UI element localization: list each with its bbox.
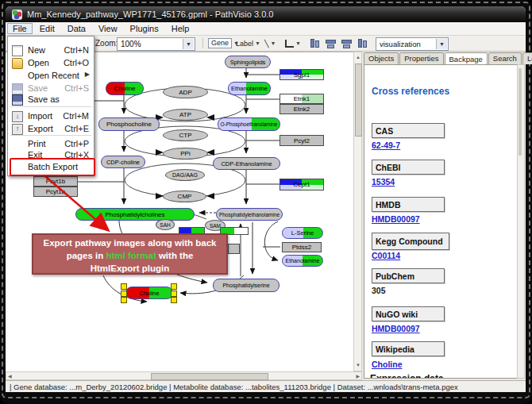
tab-properties[interactable]: Properties bbox=[399, 52, 443, 64]
menu-item-save-as[interactable]: Save as bbox=[9, 93, 93, 106]
gene-node-ptdss2[interactable]: Ptdss2 bbox=[282, 242, 322, 252]
common-height-icon[interactable] bbox=[357, 38, 368, 48]
scroll-right-icon[interactable]: ▶ bbox=[356, 373, 360, 380]
scroll-up-icon[interactable]: ▲ bbox=[356, 54, 360, 61]
screenshot-root: Sphingolipids Sgpl1 Choline Ethanolamine… bbox=[0, 0, 532, 404]
title-bar[interactable]: Mm_Kennedy_pathway_WP1771_45176.gpml - P… bbox=[6, 6, 526, 22]
common-width-icon[interactable] bbox=[341, 38, 352, 48]
scrollbar-thumb[interactable] bbox=[519, 68, 522, 156]
tab-backpage[interactable]: Backpage bbox=[445, 52, 488, 64]
panel-scrollbar[interactable] bbox=[517, 64, 525, 379]
metabolite-node-dag-aag[interactable]: DAG/AAG bbox=[165, 169, 205, 181]
menu-help[interactable]: Help bbox=[166, 23, 195, 34]
dropdown-arrow-icon[interactable]: ▼ bbox=[255, 40, 260, 46]
save-as-icon bbox=[12, 94, 23, 106]
selection-handle[interactable] bbox=[171, 290, 177, 297]
align-middle-icon[interactable] bbox=[325, 38, 336, 48]
xref-header-chebi: ChEBI bbox=[372, 160, 445, 175]
metabolite-node-ppi[interactable]: PPi bbox=[163, 148, 208, 160]
metabolite-node-phosphatidylethanolamine[interactable]: Phosphatidylethanolamine bbox=[216, 208, 283, 221]
xref-link-kegg[interactable]: C00114 bbox=[372, 251, 400, 260]
scrollbar-thumb[interactable] bbox=[355, 63, 362, 137]
new-gene-button[interactable]: Gene▼ bbox=[208, 38, 239, 48]
gene-label: Cept1 bbox=[293, 181, 310, 188]
metabolite-node-o-phosphoethanolamine[interactable]: O-Phosphoethanolamine bbox=[218, 117, 280, 131]
status-bar: | Gene database: ...m_Derby_20120602.bri… bbox=[6, 380, 526, 392]
callout-line1: Export pathway images along with back bbox=[33, 237, 226, 249]
metabolite-node-phosphatidylserine[interactable]: Phosphatidylserine bbox=[213, 279, 279, 292]
menu-file[interactable]: File bbox=[7, 23, 33, 34]
new-line-button[interactable]: ╲▼ bbox=[264, 38, 276, 48]
gene-node-pcyt1a[interactable]: Pcyt1a bbox=[33, 187, 78, 197]
callout-line2: pages in html format with the bbox=[33, 249, 226, 262]
metabolite-node-ethanolamine-top[interactable]: Ethanolamine bbox=[228, 82, 271, 95]
xref-link-chebi[interactable]: 15354 bbox=[372, 177, 395, 187]
menu-item-import[interactable]: ↓ ImportCtrl+M bbox=[9, 110, 93, 122]
zoom-combobox[interactable]: 100% ▼ bbox=[117, 37, 195, 51]
metabolite-node-cdp-choline[interactable]: CDP-choline bbox=[101, 156, 145, 168]
canvas-vertical-scrollbar[interactable]: ▲ ▼ bbox=[353, 52, 362, 371]
metabolite-node-phosphatidylcholines[interactable]: Phosphatidylcholines bbox=[75, 208, 195, 221]
xref-link-cas[interactable]: 62-49-7 bbox=[372, 140, 400, 150]
canvas-horizontal-scrollbar[interactable]: ◀ ▶ bbox=[6, 371, 362, 380]
gene-node-cept1[interactable]: Cept1 bbox=[279, 179, 324, 190]
selection-handle[interactable] bbox=[121, 290, 127, 297]
metabolite-node-ethanolamine-bottom[interactable]: Ethanolamine bbox=[282, 255, 323, 267]
selection-handle[interactable] bbox=[121, 283, 127, 290]
gene-node-etnk1[interactable]: Etnk1 bbox=[279, 94, 324, 104]
metabolite-node-l-serine[interactable]: L-Serine bbox=[282, 227, 323, 239]
selection-handle[interactable] bbox=[121, 297, 127, 303]
dropdown-arrow-icon[interactable]: ▼ bbox=[183, 39, 194, 49]
menu-edit[interactable]: Edit bbox=[34, 23, 60, 34]
dropdown-arrow-icon[interactable]: ▼ bbox=[270, 40, 276, 46]
menu-data[interactable]: Data bbox=[62, 23, 91, 34]
metabolite-node-sah[interactable]: SAH bbox=[156, 219, 175, 230]
dropdown-arrow-icon[interactable]: ▼ bbox=[295, 40, 301, 46]
metabolite-node-ctp[interactable]: CTP bbox=[163, 129, 208, 141]
menu-item-export[interactable]: ↑ ExportCtrl+E bbox=[9, 122, 93, 135]
metabolite-node-cmp[interactable]: CMP bbox=[163, 190, 206, 202]
scroll-left-icon[interactable]: ◀ bbox=[8, 373, 12, 380]
tab-search[interactable]: Search bbox=[488, 52, 522, 64]
tab-objects[interactable]: Objects bbox=[364, 52, 399, 64]
gene-node-pcyt1b[interactable]: Pcyt1b bbox=[33, 176, 78, 187]
xref-link-hmdb[interactable]: HMDB00097 bbox=[372, 214, 420, 224]
selection-handle[interactable] bbox=[171, 283, 177, 290]
metabolite-node-atp[interactable]: ATP bbox=[163, 109, 208, 121]
new-connector-button[interactable]: ▼ bbox=[285, 38, 301, 48]
metabolite-node-sphingolipids[interactable]: Sphingolipids bbox=[225, 56, 271, 68]
menu-item-open[interactable]: OpenCtrl+O bbox=[9, 56, 93, 69]
menu-view[interactable]: View bbox=[93, 23, 123, 34]
xref-link-wikipedia[interactable]: Choline bbox=[372, 360, 403, 369]
dropdown-arrow-icon[interactable]: ▼ bbox=[436, 39, 447, 49]
visualization-combobox[interactable]: visualization ▼ bbox=[376, 37, 449, 51]
gene-node-sgpl1[interactable]: Sgpl1 bbox=[279, 69, 324, 80]
metabolite-node-choline-top[interactable]: Choline bbox=[106, 82, 144, 95]
align-center-icon[interactable] bbox=[309, 38, 320, 48]
file-menu-popup: NewCtrl+N OpenCtrl+O Open Recent▶ SaveCt… bbox=[7, 36, 94, 176]
app-icon bbox=[12, 10, 22, 20]
metabolite-node-cdp-ethanolamine[interactable]: CDP-Ethanolamine bbox=[213, 157, 280, 170]
new-label-button[interactable]: Label▼ bbox=[236, 38, 260, 48]
cross-references-heading: Cross references bbox=[372, 86, 449, 97]
zoom-value: 100% bbox=[121, 40, 141, 48]
metabolite-node-choline-selected[interactable]: Choline bbox=[125, 287, 173, 299]
tab-legend[interactable]: Legend bbox=[522, 52, 532, 64]
xref-value-pubchem: 305 bbox=[372, 286, 386, 295]
metabolite-node-phosphocholine[interactable]: Phosphocholine bbox=[98, 117, 160, 131]
xref-link-nugo[interactable]: HMDB00097 bbox=[372, 324, 420, 333]
import-icon: ↓ bbox=[12, 111, 23, 122]
xref-header-kegg: Kegg Compound bbox=[372, 233, 449, 250]
menu-plugins[interactable]: Plugins bbox=[125, 23, 164, 34]
gene-node-etnk2[interactable]: Etnk2 bbox=[279, 104, 324, 114]
export-icon: ↑ bbox=[12, 124, 23, 135]
menu-item-open-recent[interactable]: Open Recent▶ bbox=[9, 69, 93, 82]
scroll-down-icon[interactable]: ▼ bbox=[356, 362, 360, 369]
gene-node-pisd[interactable] bbox=[228, 244, 240, 254]
sidebar-tabs: Objects Properties Backpage Search Legen… bbox=[364, 52, 532, 64]
gene-node-pcyt2[interactable]: Pcyt2 bbox=[279, 135, 324, 146]
selection-handle[interactable] bbox=[171, 297, 177, 303]
menu-item-new[interactable]: NewCtrl+N bbox=[9, 44, 93, 56]
scrollbar-thumb[interactable] bbox=[151, 373, 268, 380]
metabolite-node-adp[interactable]: ADP bbox=[163, 86, 208, 98]
